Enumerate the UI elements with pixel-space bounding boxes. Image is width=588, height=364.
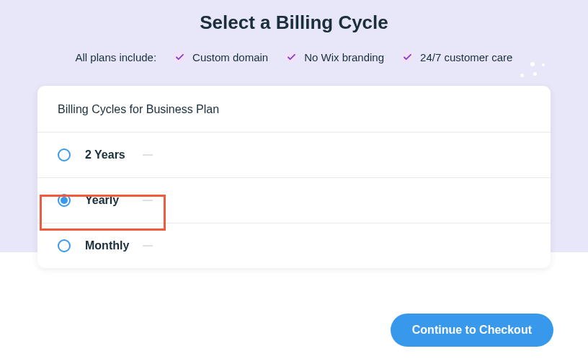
feature-label: No Wix branding: [304, 51, 384, 63]
dash-icon: [143, 200, 153, 201]
page-title: Select a Billing Cycle: [0, 0, 588, 34]
feature-item: Custom domain: [172, 50, 268, 64]
feature-label: 24/7 customer care: [420, 51, 512, 63]
features-row: All plans include: Custom domain No Wix …: [0, 50, 588, 64]
billing-option-2-years[interactable]: 2 Years: [37, 133, 551, 178]
check-icon: [172, 50, 187, 64]
radio-icon: [58, 239, 71, 252]
dash-icon: [143, 154, 153, 156]
features-lead: All plans include:: [76, 51, 157, 63]
feature-label: Custom domain: [192, 51, 268, 63]
check-icon: [400, 50, 414, 64]
radio-icon: [58, 148, 71, 161]
billing-card: Billing Cycles for Business Plan 2 Years…: [37, 86, 551, 268]
feature-item: No Wix branding: [284, 50, 384, 64]
check-icon: [284, 50, 298, 64]
option-label: Yearly: [85, 194, 135, 207]
card-header: Billing Cycles for Business Plan: [37, 86, 551, 133]
continue-to-checkout-button[interactable]: Continue to Checkout: [391, 314, 553, 347]
dash-icon: [143, 245, 153, 247]
radio-icon: [58, 194, 71, 207]
option-label: 2 Years: [85, 148, 135, 161]
billing-option-yearly[interactable]: Yearly: [37, 178, 551, 223]
feature-item: 24/7 customer care: [400, 50, 512, 64]
billing-option-monthly[interactable]: Monthly: [37, 223, 551, 268]
option-label: Monthly: [85, 239, 135, 252]
